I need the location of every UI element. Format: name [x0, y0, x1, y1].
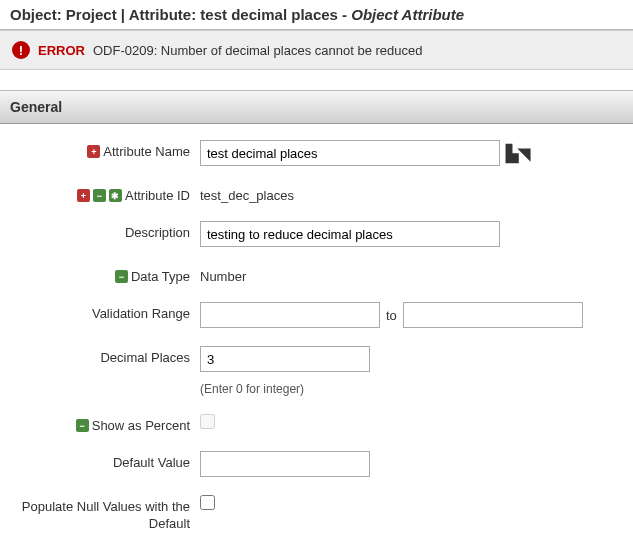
form-general: + Attribute Name ▙◥ + − ✱ Attribute ID t…: [0, 124, 633, 559]
page-title: Object: Project | Attribute: test decima…: [0, 0, 633, 30]
unique-icon: ✱: [109, 189, 122, 202]
label-validation-range: Validation Range: [92, 306, 190, 321]
title-attr-prefix: Attribute:: [129, 6, 201, 23]
show-as-percent-checkbox: [200, 414, 215, 429]
label-attribute-name: Attribute Name: [103, 144, 190, 159]
default-value-input[interactable]: [200, 451, 370, 477]
label-default-value: Default Value: [113, 455, 190, 470]
title-object: Project: [66, 6, 117, 23]
label-populate-null: Populate Null Values with the Default: [10, 499, 190, 533]
label-data-type: Data Type: [131, 269, 190, 284]
section-general-header: General: [0, 90, 633, 124]
label-attribute-id: Attribute ID: [125, 188, 190, 203]
label-to: to: [386, 308, 397, 323]
title-sep: |: [117, 6, 129, 23]
title-attr-name: test decimal places: [200, 6, 338, 23]
attribute-name-input[interactable]: [200, 140, 500, 166]
decimal-places-input[interactable]: [200, 346, 370, 372]
translate-icon[interactable]: ▙◥: [506, 144, 530, 163]
error-icon: !: [12, 41, 30, 59]
description-input[interactable]: [200, 221, 500, 247]
lock-icon: −: [93, 189, 106, 202]
lock-icon: −: [76, 419, 89, 432]
title-suffix: Object Attribute: [351, 6, 464, 23]
label-decimal-places: Decimal Places: [100, 350, 190, 365]
required-icon: +: [77, 189, 90, 202]
error-text: ODF-0209: Number of decimal places canno…: [93, 43, 423, 58]
title-dash: -: [338, 6, 351, 23]
label-description: Description: [125, 225, 190, 240]
title-prefix-object: Object:: [10, 6, 66, 23]
range-to-input[interactable]: [403, 302, 583, 328]
label-show-as-percent: Show as Percent: [92, 418, 190, 433]
populate-null-checkbox[interactable]: [200, 495, 215, 510]
attribute-id-value: test_dec_places: [200, 184, 294, 203]
decimal-places-hint: (Enter 0 for integer): [200, 382, 304, 396]
error-label: ERROR: [38, 43, 85, 58]
data-type-value: Number: [200, 265, 246, 284]
error-message: ! ERROR ODF-0209: Number of decimal plac…: [0, 30, 633, 70]
required-icon: +: [87, 145, 100, 158]
range-from-input[interactable]: [200, 302, 380, 328]
lock-icon: −: [115, 270, 128, 283]
